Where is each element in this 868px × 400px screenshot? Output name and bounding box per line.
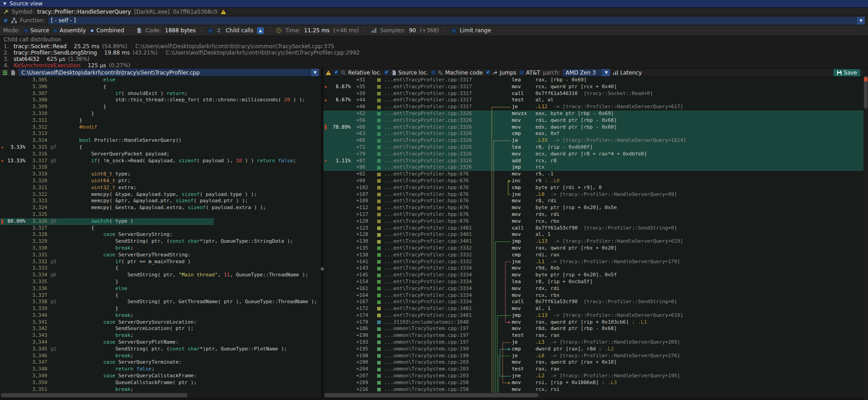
asm-row[interactable]: +135...ent\TracyProfiler.cpp:3332movrax,… xyxy=(323,245,863,252)
asm-row[interactable]: +193...ommon\TracySystem.cpp:197je.L3 ->… xyxy=(323,339,863,346)
asm-row[interactable]: +56...ent\TracyProfiler.cpp:3326movrdi, … xyxy=(323,117,863,124)
child-call-row[interactable]: 1.tracy::Socket::Read25.25 ms(54.89%)C:\… xyxy=(4,43,864,50)
machine-code-checkbox[interactable] xyxy=(431,70,436,75)
asm-row[interactable]: +204...ommon\TracySystem.cpp:203testrax,… xyxy=(323,366,863,373)
asm-row[interactable]: +46...ent\TracyProfiler.cpp:3317je.L12 -… xyxy=(323,104,863,110)
source-line-row[interactable]: 3,318 xyxy=(0,164,321,171)
radio-icon[interactable] xyxy=(90,28,95,33)
uarch-select[interactable]: AMD Zen 3 ▼ xyxy=(563,69,610,76)
latency-button[interactable]: Latency xyxy=(613,70,641,76)
source-line-row[interactable]: 3,325 xyxy=(0,211,321,218)
source-line-row[interactable]: 3,328 case ServerQueryString: xyxy=(0,231,321,238)
source-line-row[interactable]: 80.00%3,326@9 switch( type ) xyxy=(0,218,321,225)
chevron-down-icon[interactable]: ▼ xyxy=(857,17,865,25)
radio-icon[interactable] xyxy=(53,28,58,33)
child-call-row[interactable]: 3.stat64i32625 μs(1.36%) xyxy=(4,56,864,62)
source-line-row[interactable]: 3,323 memcpy( &ptr, &payload.ptr, sizeof… xyxy=(0,198,321,205)
asm-row[interactable]: +130...ent\TracyProfiler.cpp:3401jmp.L13… xyxy=(323,238,863,245)
source-line-row[interactable]: 3,342 SendSourceLocation( ptr ); xyxy=(0,325,321,332)
source-line-row[interactable]: 3,332@3 if( ptr == m_mainThread ) xyxy=(0,259,321,265)
source-line-row[interactable]: 3,351 break; xyxy=(0,386,321,393)
chevron-down-icon[interactable]: ▼ xyxy=(311,69,319,76)
asm-row[interactable]: +107...ent\TracyProfiler.hpp:676jne.L0 -… xyxy=(323,191,863,198)
att-toggle[interactable]: AT&T xyxy=(519,70,540,76)
collapse-arrow-icon[interactable]: ▼ xyxy=(3,1,6,6)
source-line-row[interactable]: 3,345@1 SendString( ptr, (const char*)pt… xyxy=(0,346,321,353)
source-line-row[interactable]: 3,343 break; xyxy=(0,332,321,339)
source-line-row[interactable]: 3,324 memcpy( &extra, &payload.extra, si… xyxy=(0,205,321,211)
source-line-row[interactable]: 3,320 uint64_t ptr; xyxy=(0,178,321,185)
asm-row[interactable]: +190...ommon\TracySystem.cpp:197testrax,… xyxy=(323,332,863,339)
asm-row[interactable]: +216...ommon\TracySystem.cpp:258movrcx, … xyxy=(323,386,863,393)
asm-row[interactable]: +174...ent\TracyProfiler.cpp:3401jmp.L13… xyxy=(323,312,863,319)
asm-row[interactable]: +209...ommon\TracySystem.cpp:258movrsi, … xyxy=(323,380,863,386)
source-line-row[interactable]: 3,309 } xyxy=(0,104,321,110)
asm-row[interactable]: +195...ommon\TracySystem.cpp:199cmpdword… xyxy=(323,346,863,353)
asm-row[interactable]: +172...ent\TracyProfiler.cpp:3401moval, … xyxy=(323,305,863,312)
source-line-row[interactable]: 3,316 ServerQueryPacket payload; xyxy=(0,151,321,158)
asm-row[interactable]: +63...ent\TracyProfiler.cpp:3326cmpeax, … xyxy=(323,130,863,137)
source-line-row[interactable]: 3,333 { xyxy=(0,265,321,272)
source-line-row[interactable]: 3,350 QueueCallstackFrame( ptr ); xyxy=(0,380,321,386)
source-line-row[interactable]: 3,346 break; xyxy=(0,353,321,360)
asm-row[interactable]: +145...ent\TracyProfiler.cpp:3334movbyte… xyxy=(323,272,863,279)
source-line-row[interactable]: 3,319 uint8_t type; xyxy=(0,171,321,178)
asm-row[interactable]: 6.67%+44...ent\TracyProfiler.cpp:3317tes… xyxy=(323,97,863,104)
asm-row[interactable]: +72...ent\TracyProfiler.cpp:3326lear8, [… xyxy=(323,144,863,151)
source-line-row[interactable]: 3,341 case ServerQuerySourceLocation: xyxy=(0,319,321,326)
source-line-row[interactable]: 3,344 case ServerQueryPlotName: xyxy=(0,339,321,346)
source-line-row[interactable]: 3,335 } xyxy=(0,279,321,285)
asm-row[interactable]: +138...ent\TracyProfiler.cpp:3332cmprdi,… xyxy=(323,252,863,259)
source-loc-toggle[interactable]: Source loc. xyxy=(384,70,428,76)
mode-radio-assembly[interactable]: Assembly xyxy=(53,27,86,34)
source-line-row[interactable]: 3,340 break; xyxy=(0,312,321,319)
source-line-row[interactable]: 3.33%3,315@7{ xyxy=(0,144,321,151)
asm-row[interactable]: +99...ent\TracyProfiler.hpp:676incr9 ; .… xyxy=(323,178,863,185)
asm-row[interactable]: +161...ent\TracyProfiler.cpp:3334movrdx,… xyxy=(323,285,863,292)
source-line-row[interactable]: 3,305 else xyxy=(0,77,321,84)
file-select[interactable]: C:\Users\wolf\Desktop\darkrl\contrib\tra… xyxy=(19,69,319,76)
source-line-row[interactable]: 3,349 case ServerQueryCallstackFrame: xyxy=(0,373,321,380)
asm-row[interactable]: +120...ent\TracyProfiler.hpp:676movrcx, … xyxy=(323,218,863,225)
asm-row[interactable]: +39...ent\TracyProfiler.cpp:3317call0x7f… xyxy=(323,90,863,97)
source-line-row[interactable]: 3,331 case ServerQueryThreadString: xyxy=(0,252,321,259)
asm-row[interactable]: 6.67%+35...ent\TracyProfiler.cpp:3317mov… xyxy=(323,84,863,90)
source-line-row[interactable]: 3,348 return false; xyxy=(0,366,321,373)
source-line-row[interactable]: 3,308 std::this_thread::sleep_for( std::… xyxy=(0,97,321,104)
asm-row[interactable]: +112...ent\TracyProfiler.hpp:676movbyte … xyxy=(323,205,863,211)
source-line-row[interactable]: 3,306 { xyxy=(0,84,321,90)
source-line-row[interactable]: 3,339 } xyxy=(0,305,321,312)
asm-row[interactable]: +123...ent\TracyProfiler.cpp:3401call0x7… xyxy=(323,225,863,232)
limit-range-checkbox[interactable] xyxy=(451,28,456,33)
relative-loc-toggle[interactable]: Relative loc. xyxy=(334,70,381,76)
source-line-row[interactable]: 3,334@6 SendString( ptr, "Main thread", … xyxy=(0,272,321,279)
asm-row[interactable]: +90...ent\TracyProfiler.cpp:3326jmprcx xyxy=(323,164,863,171)
function-checkbox[interactable] xyxy=(3,18,8,23)
source-line-row[interactable]: 3,327 { xyxy=(0,225,321,232)
assembly-horizontal-scrollbar[interactable] xyxy=(323,393,863,398)
jumps-checkbox[interactable] xyxy=(485,70,490,75)
save-button[interactable]: Save xyxy=(833,69,860,76)
asm-row[interactable]: +154...ent\TracyProfiler.cpp:3334lear8, … xyxy=(323,279,863,285)
asm-row[interactable]: +52...ent\TracyProfiler.cpp:3326movzxeax… xyxy=(323,110,863,117)
function-select[interactable]: [ - self - ] ▼ xyxy=(48,17,865,25)
source-line-row[interactable]: 3,307 if( shouldExit ) return; xyxy=(0,90,321,97)
child-calls-expand-button[interactable]: ▲ xyxy=(257,27,264,34)
source-line-row[interactable]: 3,312#endif xyxy=(0,124,321,131)
asm-row[interactable]: 1.11%+87...ent\TracyProfiler.cpp:3326add… xyxy=(323,158,863,165)
asm-row[interactable]: +207...ommon\TracySystem.cpp:203jne.L2 -… xyxy=(323,373,863,380)
mode-radio-source[interactable]: Source xyxy=(24,27,49,34)
scrollbar-thumb[interactable] xyxy=(1,393,187,397)
source-horizontal-scrollbar[interactable] xyxy=(0,393,321,398)
source-line-row[interactable]: 3,337 { xyxy=(0,292,321,299)
source-line-row[interactable]: 3,314bool Profiler::HandleServerQuery() xyxy=(0,137,321,144)
source-line-row[interactable]: 3,321 uint32_t extra; xyxy=(0,185,321,191)
asm-row[interactable]: +186...ommon\TracySystem.cpp:197movr8d, … xyxy=(323,325,863,332)
source-line-row[interactable]: 3,313 xyxy=(0,130,321,137)
asm-row[interactable]: +198...ommon\TracySystem.cpp:199je.L6 ->… xyxy=(323,353,863,360)
scrollbar-thumb[interactable] xyxy=(324,393,538,397)
machine-code-toggle[interactable]: Machine code xyxy=(431,70,483,76)
asm-row[interactable]: +143...ent\TracyProfiler.cpp:3334movr9d,… xyxy=(323,265,863,272)
relative-loc-checkbox[interactable] xyxy=(334,70,339,75)
source-loc-checkbox[interactable] xyxy=(384,70,389,75)
